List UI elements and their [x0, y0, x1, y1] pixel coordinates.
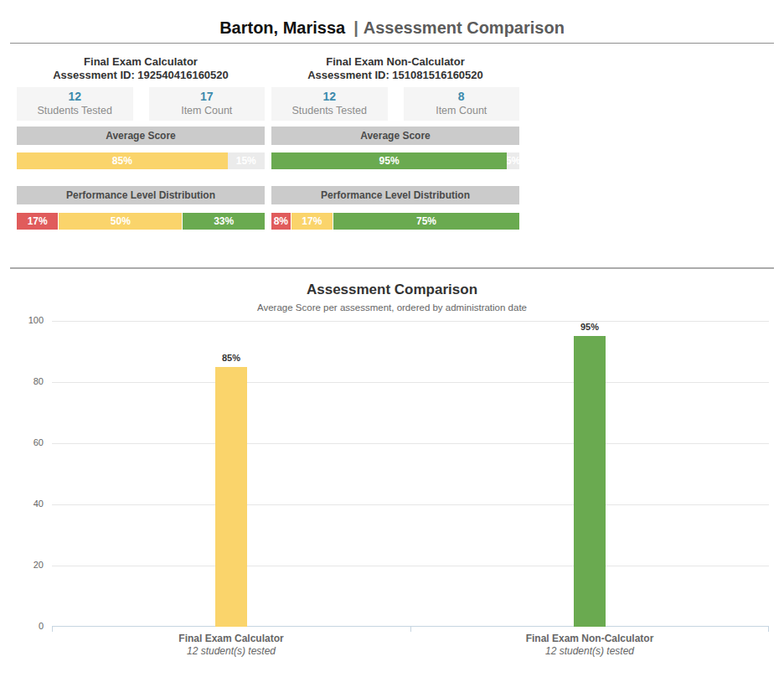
- assessment-card-non-calculator: Final Exam Non-Calculator Assessment ID:…: [271, 55, 519, 230]
- category-sublabel: 12 student(s) tested: [464, 645, 715, 658]
- assessment-id: Assessment ID: 192540416160520: [17, 69, 265, 82]
- students-tested-value: 12: [17, 90, 133, 104]
- x-axis-label: Final Exam Non-Calculator12 student(s) t…: [464, 633, 715, 658]
- y-axis-label: 80: [0, 376, 44, 386]
- assessment-comparison-chart: Assessment Comparison Average Score per …: [0, 269, 784, 675]
- page-title: Assessment Comparison: [364, 18, 565, 37]
- bar-segment: 95%: [271, 152, 507, 169]
- performance-distribution-bar: 8%17%75%: [271, 213, 519, 230]
- y-axis-label: 20: [0, 560, 44, 570]
- bar-value-label: 95%: [556, 322, 623, 332]
- chart-bar: [574, 336, 606, 627]
- stat-boxes: 12 Students Tested 17 Item Count: [17, 87, 265, 121]
- bar-segment: 85%: [17, 152, 228, 169]
- bar-segment: 75%: [333, 213, 519, 230]
- bar-segment: 17%: [17, 213, 59, 230]
- gridline: [52, 504, 769, 505]
- x-axis-tick: [52, 627, 53, 632]
- student-name: Barton, Marissa: [219, 18, 345, 37]
- assessment-id: Assessment ID: 151081516160520: [271, 69, 519, 82]
- gridline: [52, 566, 769, 566]
- category-name: Final Exam Non-Calculator: [464, 633, 715, 645]
- y-axis-label: 60: [0, 437, 44, 447]
- page-header: Barton, Marissa|Assessment Comparison: [10, 0, 774, 44]
- chart-title: Assessment Comparison: [0, 269, 784, 298]
- bar-value-label: 85%: [198, 353, 265, 363]
- category-sublabel: 12 student(s) tested: [106, 645, 357, 658]
- gridline: [52, 443, 769, 444]
- item-count-value: 17: [149, 90, 266, 104]
- chart-bar: [215, 367, 247, 627]
- bar-segment: 17%: [291, 213, 333, 230]
- performance-distribution-bar: 17%50%33%: [17, 213, 265, 230]
- average-score-bar: 95%5%: [271, 152, 519, 169]
- chart-subtitle: Average Score per assessment, ordered by…: [0, 302, 784, 313]
- gridline: [52, 382, 769, 383]
- average-score-bar: 85%15%: [17, 152, 265, 169]
- x-axis-label: Final Exam Calculator12 student(s) teste…: [106, 633, 357, 658]
- plot-area: 02040608010085%Final Exam Calculator12 s…: [52, 321, 769, 627]
- item-count-label: Item Count: [149, 104, 266, 117]
- students-tested-label: Students Tested: [271, 104, 388, 117]
- y-axis-label: 40: [0, 499, 44, 509]
- item-count-box: 8 Item Count: [404, 87, 520, 121]
- item-count-label: Item Count: [404, 104, 520, 117]
- item-count-value: 8: [404, 90, 520, 104]
- x-axis-tick: [768, 627, 769, 632]
- assessment-title: Final Exam Calculator: [17, 55, 265, 69]
- x-axis-tick: [410, 627, 411, 632]
- average-score-header: Average Score: [271, 127, 519, 145]
- performance-distribution-header: Performance Level Distribution: [17, 186, 265, 204]
- y-axis-label: 0: [0, 621, 44, 631]
- bar-segment: 33%: [183, 213, 265, 230]
- bar-segment: 50%: [59, 213, 183, 230]
- students-tested-box: 12 Students Tested: [271, 87, 388, 121]
- performance-distribution-header: Performance Level Distribution: [271, 186, 519, 204]
- students-tested-value: 12: [271, 90, 388, 104]
- assessment-title: Final Exam Non-Calculator: [271, 55, 519, 69]
- average-score-header: Average Score: [17, 127, 265, 145]
- item-count-box: 17 Item Count: [149, 87, 266, 121]
- header-separator: |: [345, 18, 364, 37]
- stat-boxes: 12 Students Tested 8 Item Count: [271, 87, 519, 121]
- bar-segment: 15%: [228, 152, 265, 169]
- y-axis-label: 100: [0, 315, 44, 325]
- assessment-cards: Final Exam Calculator Assessment ID: 192…: [17, 55, 784, 230]
- category-name: Final Exam Calculator: [106, 633, 357, 645]
- assessment-comparison-page: Barton, Marissa|Assessment Comparison Fi…: [0, 0, 784, 677]
- bar-segment: 5%: [507, 152, 519, 169]
- bar-segment: 8%: [271, 213, 291, 230]
- gridline: [52, 321, 769, 322]
- students-tested-box: 12 Students Tested: [17, 87, 133, 121]
- students-tested-label: Students Tested: [17, 104, 133, 117]
- assessment-card-calculator: Final Exam Calculator Assessment ID: 192…: [17, 55, 265, 230]
